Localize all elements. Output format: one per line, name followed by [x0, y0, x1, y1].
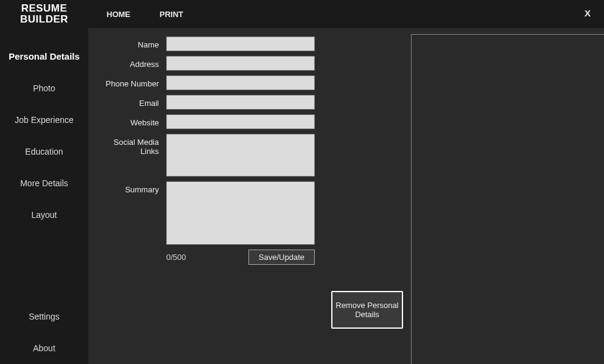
form-column: Name Address Phone Number Email	[94, 37, 326, 358]
app-window: RESUME BUILDER HOME PRINT X Personal Det…	[0, 0, 604, 364]
row-counter: 0/500 Save/Update	[94, 250, 326, 265]
sidebar-item-photo[interactable]: Photo	[0, 72, 88, 104]
remove-personal-details-button[interactable]: Remove Personal Details	[331, 291, 403, 329]
input-address[interactable]	[166, 56, 315, 71]
label-website: Website	[94, 114, 166, 127]
sidebar-item-about[interactable]: About	[0, 332, 88, 364]
nav-print[interactable]: PRINT	[160, 10, 183, 19]
row-email: Email	[94, 95, 326, 110]
char-counter: 0/500	[166, 253, 248, 262]
sidebar-item-job-experience[interactable]: Job Experience	[0, 104, 88, 136]
row-website: Website	[94, 114, 326, 129]
label-phone: Phone Number	[94, 75, 166, 88]
textarea-social[interactable]	[166, 134, 315, 177]
row-social: Social Media Links	[94, 134, 326, 177]
save-update-button[interactable]: Save/Update	[248, 250, 315, 265]
logo-line2: BUILDER	[0, 14, 88, 25]
counter-wrap: 0/500 Save/Update	[166, 250, 315, 265]
sidebar-spacer	[0, 231, 88, 301]
row-name: Name	[94, 37, 326, 51]
main-panel: Name Address Phone Number Email	[88, 28, 604, 364]
sidebar: Personal Details Photo Job Experience Ed…	[0, 28, 88, 364]
label-email: Email	[94, 95, 166, 108]
input-email[interactable]	[166, 95, 315, 110]
sidebar-item-more-details[interactable]: More Details	[0, 167, 88, 199]
remove-wrap: Remove Personal Details	[331, 291, 403, 329]
label-name: Name	[94, 37, 166, 49]
label-social: Social Media Links	[94, 134, 166, 156]
label-summary: Summary	[94, 181, 166, 194]
app-logo: RESUME BUILDER	[0, 3, 88, 25]
row-address: Address	[94, 56, 326, 71]
label-address: Address	[94, 56, 166, 69]
input-name[interactable]	[166, 37, 315, 51]
sidebar-item-education[interactable]: Education	[0, 136, 88, 167]
top-nav: HOME PRINT	[107, 10, 183, 19]
close-button[interactable]: X	[585, 8, 591, 18]
input-phone[interactable]	[166, 75, 315, 90]
nav-home[interactable]: HOME	[107, 10, 130, 19]
input-website[interactable]	[166, 114, 315, 129]
sidebar-item-settings[interactable]: Settings	[0, 301, 88, 332]
textarea-summary[interactable]	[166, 181, 315, 245]
preview-panel	[411, 34, 604, 364]
row-phone: Phone Number	[94, 75, 326, 90]
row-summary: Summary	[94, 181, 326, 245]
header-bar: RESUME BUILDER HOME PRINT X	[0, 0, 604, 28]
logo-line1: RESUME	[0, 3, 88, 14]
sidebar-item-layout[interactable]: Layout	[0, 199, 88, 231]
app-body: Personal Details Photo Job Experience Ed…	[0, 28, 604, 364]
sidebar-item-personal-details[interactable]: Personal Details	[0, 40, 88, 72]
